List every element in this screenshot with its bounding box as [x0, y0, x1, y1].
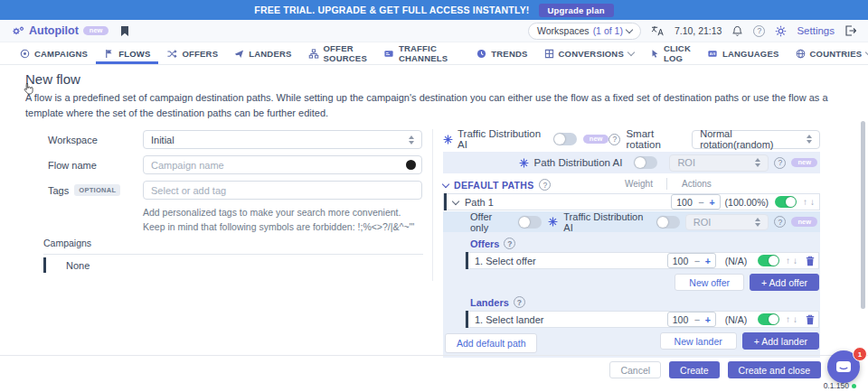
default-paths-header: DEFAULT PATHS ? Weight Actions	[443, 178, 820, 191]
move-down-icon[interactable]: ↓	[810, 197, 816, 207]
brand[interactable]: Autopilot new	[12, 24, 108, 37]
landers-help-icon[interactable]: ?	[514, 296, 525, 308]
path-ai-help-icon[interactable]: ?	[774, 157, 786, 169]
bookmark-icon[interactable]	[120, 25, 129, 37]
path-row[interactable]: Path 1 100 − + (100.00%) ↑ ↓	[443, 193, 820, 210]
delete-lander-icon[interactable]	[806, 314, 815, 325]
select-caret-icon	[750, 158, 760, 167]
flow-name-input[interactable]	[143, 155, 422, 174]
path-metric-help-icon[interactable]: ?	[774, 216, 786, 228]
offer-weight-value[interactable]: 100	[673, 256, 689, 266]
actions-column-header: Actions	[682, 179, 712, 189]
move-up-icon[interactable]: ↑	[786, 314, 791, 324]
offer-enabled-toggle[interactable]	[758, 255, 779, 266]
paper-plane-icon	[234, 49, 244, 59]
offers-help-icon[interactable]: ?	[504, 238, 515, 249]
tab-campaigns[interactable]: CAMPAIGNS	[12, 42, 96, 64]
add-offer-button[interactable]: + Add offer	[750, 274, 819, 291]
tab-flows[interactable]: FLOWS	[96, 42, 158, 64]
offer-weight-stepper[interactable]: 100 − +	[667, 253, 716, 268]
offer-only-toggle[interactable]	[518, 216, 542, 229]
workspace-select[interactable]: Initial	[143, 130, 422, 149]
create-and-close-button[interactable]: Create and close	[728, 361, 821, 378]
path-weight-stepper[interactable]: 100 − +	[671, 194, 720, 210]
logout-icon[interactable]	[844, 25, 856, 36]
bell-icon[interactable]	[731, 25, 743, 37]
weight-plus-button[interactable]: +	[709, 197, 714, 208]
tab-trends[interactable]: TRENDS	[468, 42, 535, 64]
lander-select-label[interactable]: 1. Select lander	[475, 314, 543, 325]
new-lander-button[interactable]: New lander	[660, 332, 737, 350]
flow-form: Workspace Initial Flow name Tags OPTIONA…	[48, 130, 422, 235]
select-caret-icon	[801, 135, 812, 144]
path-collapse-chevron-icon[interactable]	[452, 197, 459, 204]
column-divider	[432, 129, 433, 281]
move-down-icon[interactable]: ↓	[793, 314, 798, 324]
path-ai-toggle[interactable]	[634, 156, 657, 169]
landers-title: Landers	[470, 297, 509, 308]
offer-row[interactable]: 1. Select offer 100 − + (N/A) ↑ ↓	[465, 252, 819, 269]
tab-offers[interactable]: OFFERS	[158, 42, 226, 64]
vertical-scrollbar[interactable]	[861, 121, 865, 309]
offer-only-label: Offer only	[470, 211, 512, 233]
collapse-chevron-icon[interactable]	[442, 180, 449, 187]
new-offer-button[interactable]: New offer	[675, 274, 744, 291]
tab-traffic-channels[interactable]: TRAFFIC CHANNELS	[375, 42, 456, 64]
new-badge: new	[583, 135, 609, 145]
tab-offer-sources[interactable]: OFFER SOURCES	[300, 42, 375, 64]
lander-weight-value[interactable]: 100	[673, 314, 689, 325]
path-enabled-toggle[interactable]	[775, 196, 797, 208]
tab-label: CLICK LOG	[664, 43, 691, 63]
tab-languages[interactable]: LANGUAGES	[699, 42, 788, 64]
default-paths-help-icon[interactable]: ?	[539, 179, 551, 191]
move-up-icon[interactable]: ↑	[786, 256, 791, 266]
default-paths-title: DEFAULT PATHS	[454, 180, 533, 191]
smart-rotation-select[interactable]: Normal rotation(random)	[692, 130, 820, 149]
path-weight-value[interactable]: 100	[676, 197, 693, 208]
weight-plus-button[interactable]: +	[705, 256, 711, 266]
lander-enabled-toggle[interactable]	[758, 313, 779, 325]
tab-conversions[interactable]: CONVERSIONS	[536, 42, 642, 64]
path-metric-value: ROI	[693, 217, 712, 228]
accent-bar	[466, 311, 468, 328]
workspaces-dropdown[interactable]: Workspaces (1 of 1)	[528, 23, 641, 40]
upgrade-plan-button[interactable]: Upgrade plan	[539, 4, 614, 17]
move-up-icon[interactable]: ↑	[803, 197, 808, 207]
new-badge: new	[791, 158, 817, 168]
tab-landers[interactable]: LANDERS	[226, 42, 299, 64]
path-ai-metric-select[interactable]: ROI	[669, 154, 769, 172]
path-metric-select[interactable]: ROI	[685, 214, 769, 230]
weight-minus-button[interactable]: −	[694, 314, 700, 325]
create-button[interactable]: Create	[669, 361, 720, 378]
lander-row[interactable]: 1. Select lander 100 − + (N/A) ↑ ↓	[465, 311, 819, 328]
path-traffic-ai-toggle[interactable]	[656, 216, 680, 229]
footer-divider	[0, 355, 868, 356]
help-icon[interactable]: ?	[753, 25, 765, 37]
tab-countries[interactable]: COUNTRIES	[788, 42, 868, 64]
flow-color-dot[interactable]	[406, 160, 416, 170]
smart-rotation-help-icon[interactable]: ?	[609, 134, 620, 145]
lander-weight-stepper[interactable]: 100 − +	[667, 312, 716, 327]
brand-name: Autopilot	[29, 24, 79, 37]
move-down-icon[interactable]: ↓	[793, 256, 798, 266]
offer-select-label[interactable]: 1. Select offer	[475, 256, 536, 266]
tags-input[interactable]	[143, 181, 422, 200]
tab-click-log[interactable]: CLICK LOG	[642, 42, 699, 64]
traffic-ai-toggle[interactable]	[553, 133, 577, 145]
add-default-path-button[interactable]: Add default path	[445, 333, 537, 353]
translate-icon[interactable]	[651, 25, 665, 36]
brand-new-badge: new	[83, 26, 109, 36]
workspaces-count: (1 of 1)	[593, 25, 623, 36]
path-name: Path 1	[465, 197, 494, 208]
tab-label: LANGUAGES	[722, 49, 779, 59]
settings-link[interactable]: Settings	[797, 25, 835, 36]
cursor-icon	[650, 49, 659, 59]
cancel-button[interactable]: Cancel	[609, 361, 661, 378]
chat-icon	[835, 360, 852, 374]
weight-minus-button[interactable]: −	[694, 256, 700, 266]
delete-offer-icon[interactable]	[806, 256, 815, 266]
add-lander-button[interactable]: + Add lander	[742, 332, 819, 350]
weight-minus-button[interactable]: −	[698, 197, 703, 208]
settings-gear-icon[interactable]	[775, 25, 787, 37]
weight-plus-button[interactable]: +	[705, 314, 711, 325]
